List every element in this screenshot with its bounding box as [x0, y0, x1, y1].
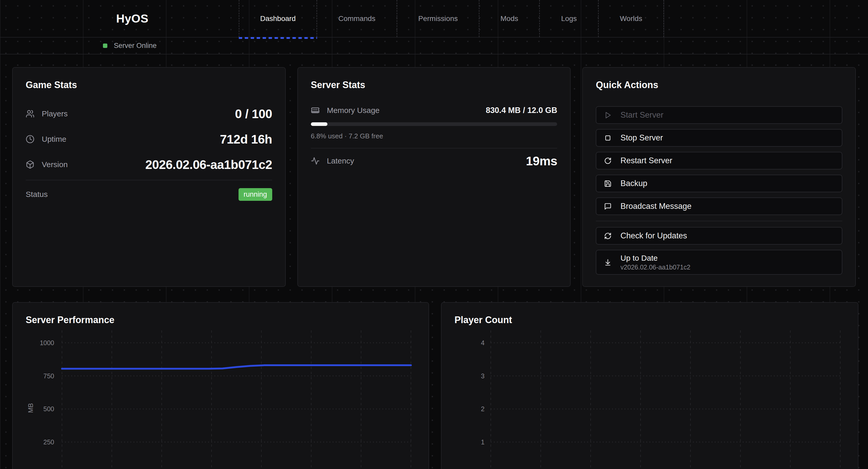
- check-for-updates-label: Check for Updates: [620, 231, 687, 240]
- version-stat-row: Version 2026.02.06-aa1b071c2: [26, 152, 272, 177]
- svg-text:3: 3: [481, 372, 485, 379]
- player-count-card: 4321 Player Count: [441, 302, 859, 469]
- online-indicator-icon: [103, 43, 107, 48]
- svg-text:1: 1: [481, 438, 485, 446]
- running-status-badge: running: [239, 188, 272, 201]
- charts-row: 1000750500250MB Server Performance 4321 …: [12, 302, 856, 469]
- tab-dashboard[interactable]: Dashboard: [239, 0, 316, 37]
- memory-usage-value: 830.4 MB / 12.0 GB: [486, 106, 557, 115]
- server-status-bar: Server Online: [0, 38, 868, 55]
- server-performance-title: Server Performance: [26, 314, 415, 326]
- players-label: Players: [42, 109, 68, 118]
- memory-usage-row: Memory Usage 830.4 MB / 12.0 GB: [311, 101, 557, 120]
- backup-label: Backup: [620, 179, 647, 188]
- message-square-icon: [604, 203, 612, 210]
- stop-square-icon: [604, 134, 612, 142]
- players-stat-row: Players 0 / 100: [26, 101, 272, 127]
- update-status-title: Up to Date: [620, 254, 690, 262]
- latency-row: Latency 19ms: [311, 148, 557, 173]
- tab-mods[interactable]: Mods: [479, 0, 539, 37]
- svg-text:MB: MB: [27, 403, 34, 413]
- update-status-block: Up to Date v2026.02.06-aa1b071c2: [596, 250, 842, 275]
- uptime-value: 712d 16h: [220, 132, 272, 146]
- svg-text:250: 250: [43, 438, 54, 446]
- uptime-label: Uptime: [42, 135, 66, 143]
- stats-row: Game Stats Players 0 / 100 Uptime 712d 1…: [12, 67, 856, 287]
- package-icon: [26, 160, 34, 169]
- clock-icon: [26, 135, 34, 143]
- status-label: Status: [26, 190, 48, 199]
- refresh-cw-icon: [604, 232, 612, 240]
- quick-actions-list: Start Server Stop Server Restart Server …: [596, 106, 842, 275]
- update-status-version: v2026.02.06-aa1b071c2: [620, 264, 690, 271]
- memory-progress-bar: [311, 122, 557, 126]
- game-stats-rows: Players 0 / 100 Uptime 712d 16h Version: [26, 101, 272, 177]
- status-row: Status running: [26, 186, 272, 203]
- stop-server-button[interactable]: Stop Server: [596, 129, 842, 147]
- start-server-label: Start Server: [620, 110, 663, 120]
- player-count-chart: 4321: [441, 303, 858, 469]
- game-stats-card: Game Stats Players 0 / 100 Uptime 712d 1…: [12, 67, 286, 287]
- svg-text:1000: 1000: [40, 339, 54, 346]
- tab-permissions[interactable]: Permissions: [397, 0, 479, 37]
- dashboard-content: Game Stats Players 0 / 100 Uptime 712d 1…: [0, 55, 868, 469]
- memory-stick-icon: [311, 106, 320, 115]
- quick-actions-title: Quick Actions: [596, 79, 842, 91]
- memory-progress-fill: [311, 122, 328, 126]
- version-value: 2026.02.06-aa1b071c2: [146, 158, 272, 172]
- svg-text:2: 2: [481, 405, 485, 412]
- server-performance-chart: 1000750500250MB: [13, 303, 429, 469]
- players-value: 0 / 100: [235, 107, 272, 121]
- memory-caption: 6.8% used · 7.2 GB free: [311, 132, 557, 140]
- server-stats-card: Server Stats Memory Usage 830.4 MB / 12.…: [298, 67, 571, 287]
- start-server-button[interactable]: Start Server: [596, 106, 842, 124]
- tab-commands[interactable]: Commands: [316, 0, 397, 37]
- quick-actions-divider: [596, 221, 842, 221]
- server-performance-card: 1000750500250MB Server Performance: [12, 302, 429, 469]
- svg-text:4: 4: [481, 339, 485, 346]
- tab-worlds[interactable]: Worlds: [598, 0, 664, 37]
- game-stats-title: Game Stats: [26, 79, 272, 91]
- memory-usage-label: Memory Usage: [327, 106, 379, 115]
- svg-text:750: 750: [43, 372, 54, 379]
- stop-server-label: Stop Server: [620, 133, 663, 142]
- tab-logs[interactable]: Logs: [539, 0, 598, 37]
- check-for-updates-button[interactable]: Check for Updates: [596, 227, 842, 245]
- game-stats-divider: [26, 180, 272, 180]
- app-logo: HyOS: [116, 0, 149, 37]
- player-count-title: Player Count: [455, 314, 845, 326]
- restart-server-label: Restart Server: [620, 156, 672, 165]
- backup-button[interactable]: Backup: [596, 175, 842, 192]
- quick-actions-card: Quick Actions Start Server Stop Server R…: [582, 67, 856, 287]
- svg-text:500: 500: [43, 405, 54, 412]
- rotate-cw-icon: [604, 157, 612, 165]
- restart-server-button[interactable]: Restart Server: [596, 152, 842, 169]
- nav-tabs: DashboardCommandsPermissionsModsLogsWorl…: [239, 0, 664, 37]
- save-icon: [604, 180, 612, 187]
- uptime-stat-row: Uptime 712d 16h: [26, 127, 272, 152]
- latency-label: Latency: [327, 157, 354, 165]
- users-icon: [26, 109, 34, 118]
- latency-value: 19ms: [526, 154, 557, 168]
- hyos-dashboard: { "app": { "title": "HyOS" }, "colors": …: [0, 0, 868, 469]
- server-stats-title: Server Stats: [311, 79, 557, 91]
- broadcast-message-label: Broadcast Message: [620, 202, 691, 211]
- server-status-label: Server Online: [114, 42, 157, 50]
- top-nav: HyOS DashboardCommandsPermissionsModsLog…: [0, 0, 868, 38]
- play-icon: [604, 111, 612, 119]
- broadcast-message-button[interactable]: Broadcast Message: [596, 197, 842, 215]
- download-icon: [604, 259, 612, 266]
- version-label: Version: [42, 160, 68, 169]
- activity-icon: [311, 157, 320, 165]
